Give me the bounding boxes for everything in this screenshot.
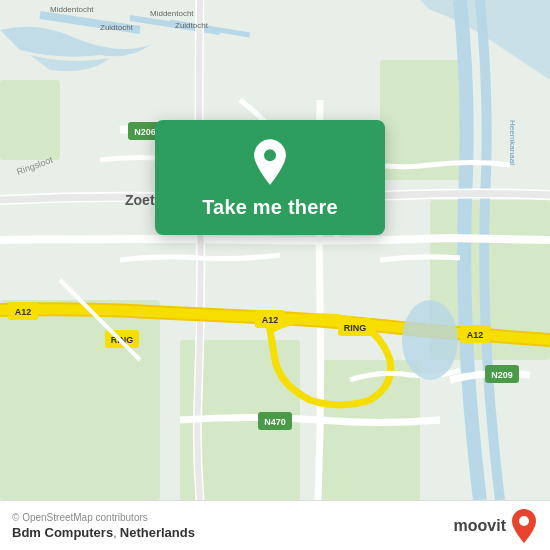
map-svg: A12 A12 A12 N206 RING RING N470 N209 Rin… bbox=[0, 0, 550, 500]
svg-text:N209: N209 bbox=[491, 370, 513, 380]
svg-text:Middentocht: Middentocht bbox=[50, 5, 94, 14]
location-pin-icon bbox=[246, 138, 294, 186]
svg-point-30 bbox=[402, 300, 458, 380]
bottom-left-info: © OpenStreetMap contributors Bdm Compute… bbox=[12, 512, 195, 540]
svg-text:N470: N470 bbox=[264, 417, 286, 427]
svg-text:Middentocht: Middentocht bbox=[150, 9, 194, 18]
take-me-there-label[interactable]: Take me there bbox=[202, 196, 338, 219]
svg-text:A12: A12 bbox=[15, 307, 32, 317]
location-country: Netherlands bbox=[120, 525, 195, 540]
svg-text:Zoet: Zoet bbox=[125, 192, 155, 208]
popup-card[interactable]: Take me there bbox=[155, 120, 385, 235]
moovit-pin-icon bbox=[510, 508, 538, 544]
svg-rect-5 bbox=[320, 360, 420, 500]
map-container: A12 A12 A12 N206 RING RING N470 N209 Rin… bbox=[0, 0, 550, 500]
bottom-bar: © OpenStreetMap contributors Bdm Compute… bbox=[0, 500, 550, 550]
svg-point-32 bbox=[519, 516, 529, 526]
location-name: Bdm Computers bbox=[12, 525, 113, 540]
svg-text:Zuidtocht: Zuidtocht bbox=[100, 23, 134, 32]
svg-text:RING: RING bbox=[344, 323, 367, 333]
svg-text:N206: N206 bbox=[134, 127, 156, 137]
moovit-text: moovit bbox=[454, 517, 506, 535]
location-label: Bdm Computers, Netherlands bbox=[12, 525, 195, 540]
moovit-logo: moovit bbox=[454, 508, 538, 544]
svg-text:Heemkanaal: Heemkanaal bbox=[508, 120, 517, 165]
svg-rect-1 bbox=[0, 80, 60, 160]
svg-point-31 bbox=[263, 148, 277, 162]
copyright-text: © OpenStreetMap contributors bbox=[12, 512, 195, 523]
svg-text:A12: A12 bbox=[467, 330, 484, 340]
svg-text:Zuidtocht: Zuidtocht bbox=[175, 21, 209, 30]
